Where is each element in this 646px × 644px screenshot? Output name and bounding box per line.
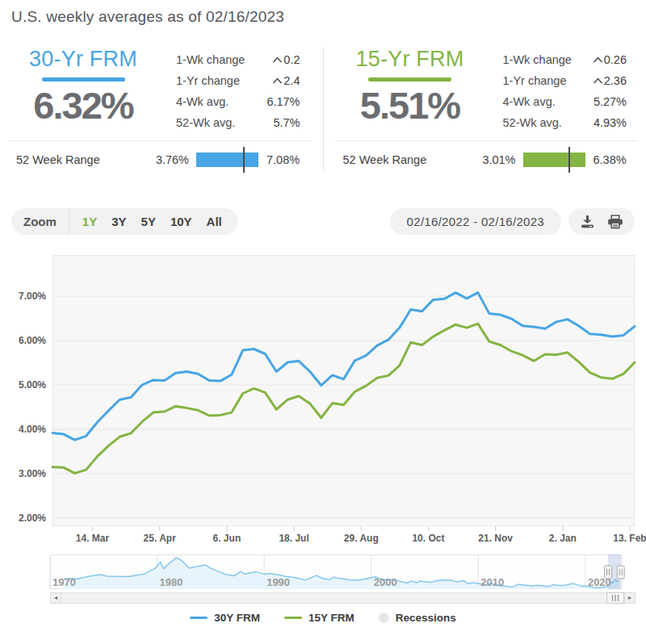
x-tick-label: 21. Nov <box>478 533 513 544</box>
legend-item-15y-frm[interactable]: 15Y FRM <box>284 612 354 624</box>
zoom-range-selector: Zoom 1Y 3Y 5Y 10Y All <box>11 208 238 235</box>
mortgage-rates-dashboard: U.S. weekly averages as of 02/16/2023 30… <box>0 0 646 644</box>
page-title: U.S. weekly averages as of 02/16/2023 <box>11 6 646 27</box>
stat-label: 1-Yr change <box>503 74 567 87</box>
current-rate-30yr: 6.32% <box>10 86 157 124</box>
x-tick-label: 25. Apr <box>144 533 177 544</box>
navigator-year-label: 1970 <box>52 576 76 588</box>
stat-row: 4-Wk avg. 6.17% <box>176 91 300 112</box>
up-arrow-icon <box>272 77 283 85</box>
range-bar-15yr <box>523 153 585 167</box>
stat-label: 1-Yr change <box>176 74 240 87</box>
rates-line-chart[interactable]: 7.00%6.00%5.00%4.00%3.00%2.00%14. Mar25.… <box>0 249 646 548</box>
rate-underline-30yr <box>42 77 125 82</box>
card-title-30yr: 30-Yr FRM <box>10 47 157 72</box>
navigator-year-label: 1980 <box>160 576 183 588</box>
x-tick-label: 2. Jan <box>549 533 577 544</box>
stat-row: 52-Wk avg. 4.93% <box>503 112 627 133</box>
scrollbar-left-arrow[interactable]: ◂ <box>50 592 61 604</box>
up-arrow-icon <box>272 56 283 64</box>
zoom-range-10y[interactable]: 10Y <box>170 215 192 228</box>
y-axis-labels: 7.00%6.00%5.00%4.00%3.00%2.00% <box>19 291 46 524</box>
scrollbar-track[interactable] <box>61 592 624 604</box>
range-min-value: 3.76% <box>134 153 189 166</box>
legend-item-recessions[interactable]: Recessions <box>379 612 456 624</box>
date-range-input[interactable]: 02/16/2022 - 02/16/2023 <box>390 208 561 235</box>
zoom-range-3y[interactable]: 3Y <box>111 215 126 228</box>
current-rate-15yr: 5.51% <box>337 86 484 124</box>
card-15yr-frm: 15-Yr FRM 5.51% 1-Wk change 0.26 1-Yr ch… <box>333 39 640 176</box>
card-title-15yr: 15-Yr FRM <box>337 47 484 72</box>
rate-cards: 30-Yr FRM 6.32% 1-Wk change 0.2 1-Yr cha… <box>0 39 646 176</box>
stat-label: 4-Wk avg. <box>503 95 556 108</box>
x-tick-label: 14. Mar <box>76 533 110 544</box>
chart-scrollbar: ◂ ▸ <box>50 592 636 604</box>
export-buttons <box>568 208 635 235</box>
range-row-15yr: 52 Week Range 3.01% 6.38% <box>333 144 640 176</box>
range-max-value: 6.38% <box>594 153 627 166</box>
stat-value: 4.93% <box>594 116 627 129</box>
y-tick-label: 6.00% <box>19 335 46 346</box>
stats-15yr: 1-Wk change 0.26 1-Yr change 2.36 4-Wk a… <box>484 47 636 133</box>
thumb-grip-icon <box>611 595 619 601</box>
download-icon <box>580 215 595 228</box>
stat-label: 52-Wk avg. <box>503 116 562 129</box>
zoom-label: Zoom <box>23 215 57 228</box>
stat-value: 6.17% <box>266 95 300 108</box>
chart-navigator[interactable]: 197019801990200020102020 <box>0 554 646 590</box>
zoom-divider <box>69 208 69 235</box>
stat-row: 1-Wk change 0.2 <box>176 49 300 70</box>
legend-swatch-recessions <box>379 613 389 623</box>
x-tick-label: 29. Aug <box>344 533 379 544</box>
card-30yr-frm: 30-Yr FRM 6.32% 1-Wk change 0.2 1-Yr cha… <box>6 39 313 176</box>
card-divider <box>8 140 312 141</box>
up-arrow-icon <box>593 56 603 64</box>
stat-value: 0.2 <box>272 53 300 66</box>
x-tick-label: 18. Jul <box>279 533 308 544</box>
cards-vertical-divider <box>323 47 324 171</box>
range-marker <box>243 147 245 173</box>
stat-value: 2.36 <box>593 74 627 87</box>
range-max-value: 7.08% <box>266 153 300 166</box>
plot-area <box>52 255 635 526</box>
up-arrow-icon <box>593 77 603 85</box>
x-tick-label: 6. Jun <box>213 533 241 544</box>
x-tick-label: 10. Oct <box>412 533 444 544</box>
scrollbar-thumb[interactable] <box>606 592 624 604</box>
print-icon <box>607 215 623 229</box>
range-marker <box>568 147 570 173</box>
stat-value: 5.7% <box>273 116 300 129</box>
stat-row: 52-Wk avg. 5.7% <box>176 112 300 133</box>
stat-label: 4-Wk avg. <box>176 95 229 108</box>
range-label: 52 Week Range <box>16 153 134 166</box>
card-divider <box>335 140 639 141</box>
stat-label: 52-Wk avg. <box>176 116 235 129</box>
stats-30yr: 1-Wk change 0.2 1-Yr change 2.4 4-Wk avg… <box>157 47 308 133</box>
stat-label: 1-Wk change <box>176 53 245 66</box>
range-label: 52 Week Range <box>343 153 461 166</box>
stat-row: 4-Wk avg. 5.27% <box>503 91 627 112</box>
navigator-handle-left[interactable] <box>605 566 612 579</box>
legend-item-30y-frm[interactable]: 30Y FRM <box>190 612 260 624</box>
y-tick-label: 3.00% <box>19 468 46 479</box>
download-button[interactable] <box>580 215 595 228</box>
navigator-handle-right[interactable] <box>617 566 624 579</box>
legend-swatch-15y <box>284 617 302 620</box>
stat-row: 1-Yr change 2.36 <box>503 70 627 91</box>
zoom-range-5y[interactable]: 5Y <box>141 215 156 228</box>
zoom-range-all[interactable]: All <box>207 215 222 228</box>
range-bar-30yr <box>196 153 258 167</box>
print-button[interactable] <box>607 215 623 229</box>
scrollbar-right-arrow[interactable]: ▸ <box>624 592 636 604</box>
zoom-range-1y[interactable]: 1Y <box>82 215 97 228</box>
navigator-year-label: 2010 <box>480 576 504 588</box>
stat-label: 1-Wk change <box>503 53 572 66</box>
y-tick-label: 7.00% <box>19 291 46 302</box>
range-min-value: 3.01% <box>461 153 516 166</box>
stat-row: 1-Yr change 2.4 <box>176 70 300 91</box>
y-tick-label: 2.00% <box>19 512 46 524</box>
y-tick-label: 5.00% <box>19 379 46 391</box>
stat-value: 2.4 <box>272 74 300 87</box>
y-tick-label: 4.00% <box>19 424 46 435</box>
navigator-year-label: 2000 <box>374 576 397 588</box>
